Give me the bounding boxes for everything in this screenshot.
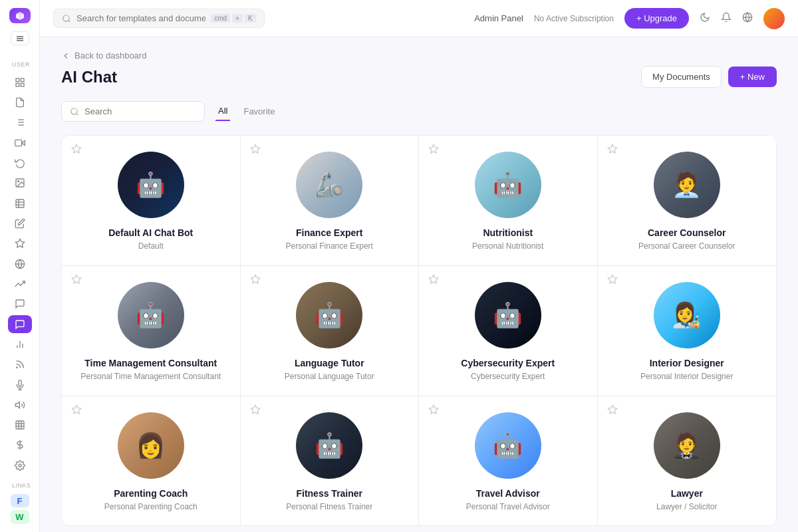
- theme-toggle-icon[interactable]: [700, 12, 710, 25]
- upgrade-button[interactable]: + Upgrade: [624, 8, 689, 29]
- my-documents-button[interactable]: My Documents: [641, 66, 722, 88]
- bot-card[interactable]: 👩 Parenting Coach Personal Parenting Coa…: [62, 396, 241, 526]
- global-search-input[interactable]: [76, 13, 205, 23]
- bot-card[interactable]: 🧑‍💼 Career Counselor Personal Career Cou…: [598, 136, 777, 266]
- bot-card[interactable]: 👩‍🎨 Interior Designer Personal Interior …: [598, 266, 777, 396]
- bot-avatar: 🤖: [296, 282, 362, 348]
- sidebar-item-image[interactable]: [8, 174, 32, 192]
- svg-marker-53: [251, 405, 259, 414]
- user-section-label: USER: [0, 61, 30, 68]
- favorite-button[interactable]: [607, 274, 618, 287]
- sidebar-item-docs[interactable]: [8, 94, 32, 111]
- sidebar-item-bars[interactable]: [8, 336, 32, 353]
- favorite-button[interactable]: [607, 404, 618, 418]
- favorite-button[interactable]: [428, 144, 439, 157]
- svg-rect-17: [16, 200, 24, 207]
- topbar: cmd + K Admin Panel No Active Subscripti…: [40, 0, 798, 37]
- bot-card[interactable]: 🤖 Nutritionist Personal Nutritionist: [419, 136, 598, 266]
- link-f-button[interactable]: F: [11, 494, 29, 507]
- favorite-button[interactable]: [250, 274, 261, 287]
- bot-avatar: 👩: [118, 412, 184, 479]
- favorite-button[interactable]: [250, 144, 261, 157]
- sidebar-item-feed[interactable]: [8, 356, 32, 373]
- tab-all[interactable]: All: [215, 102, 230, 121]
- bot-card[interactable]: 🤖 Fitness Trainer Personal Fitness Train…: [241, 396, 420, 526]
- svg-rect-6: [21, 83, 24, 86]
- bot-description: Personal Career Counselor: [638, 241, 735, 252]
- global-search[interactable]: cmd + K: [53, 9, 265, 28]
- bot-card[interactable]: 🤖 Time Management Consultant Personal Ti…: [62, 266, 241, 396]
- user-avatar[interactable]: [763, 8, 785, 29]
- favorite-button[interactable]: [428, 404, 439, 418]
- favorite-button[interactable]: [428, 274, 439, 287]
- bot-card[interactable]: 🤖 Travel Advisor Personal Travel Advisor: [419, 396, 598, 526]
- bot-description: Cybersecurity Expert: [471, 371, 545, 382]
- svg-point-42: [71, 108, 77, 114]
- bot-card[interactable]: 🤵 Lawyer Lawyer / Solicitor: [598, 396, 777, 526]
- bot-name: Language Tutor: [295, 358, 364, 368]
- svg-marker-48: [72, 275, 80, 283]
- tab-favorite[interactable]: Favorite: [241, 102, 277, 120]
- breadcrumb[interactable]: Back to dashboard: [61, 37, 777, 66]
- bot-description: Lawyer / Solicitor: [656, 501, 717, 513]
- bot-name: Parenting Coach: [114, 488, 188, 499]
- sidebar-item-chat-active[interactable]: [8, 315, 32, 332]
- bot-avatar: 🧑‍💼: [654, 152, 720, 218]
- favorite-button[interactable]: [71, 274, 82, 287]
- sidebar-item-table[interactable]: [8, 194, 32, 211]
- filter-bar: All Favorite: [61, 101, 777, 122]
- sidebar-collapse-button[interactable]: [11, 31, 29, 45]
- sidebar-item-list[interactable]: [8, 114, 32, 131]
- favorite-button[interactable]: [71, 404, 82, 418]
- bot-avatar: 🤵: [654, 412, 720, 479]
- bot-avatar: 🤖: [118, 152, 184, 218]
- bots-grid: 🤖 Default AI Chat Bot Default 🦾 Finance …: [61, 135, 777, 526]
- favorite-button[interactable]: [607, 144, 618, 157]
- sidebar-item-grid[interactable]: [8, 73, 32, 90]
- svg-point-37: [19, 464, 21, 467]
- svg-rect-1: [16, 38, 23, 39]
- sidebar-item-video[interactable]: [8, 134, 32, 151]
- language-icon[interactable]: [742, 12, 753, 25]
- favorite-button[interactable]: [71, 144, 82, 157]
- svg-marker-54: [429, 405, 438, 414]
- app-logo[interactable]: [9, 8, 31, 23]
- svg-marker-50: [429, 275, 438, 283]
- bot-name: Nutritionist: [483, 227, 533, 238]
- notifications-icon[interactable]: [721, 12, 732, 25]
- bot-name: Default AI Chat Bot: [108, 227, 193, 238]
- bot-card[interactable]: 🤖 Default AI Chat Bot Default: [62, 136, 241, 266]
- admin-panel-link[interactable]: Admin Panel: [474, 13, 523, 23]
- page-title: AI Chat: [61, 68, 117, 86]
- bot-card[interactable]: 🦾 Finance Expert Personal Finance Expert: [241, 136, 420, 266]
- sidebar-item-trend[interactable]: [8, 275, 32, 293]
- svg-point-27: [16, 367, 17, 368]
- bot-description: Personal Parenting Coach: [104, 501, 198, 513]
- bot-avatar: 🦾: [296, 152, 362, 218]
- sidebar-item-globe[interactable]: [8, 255, 32, 272]
- link-w-button[interactable]: W: [11, 510, 29, 523]
- sidebar-item-dollar[interactable]: [8, 436, 32, 454]
- filter-search-box[interactable]: [61, 101, 205, 122]
- sidebar-item-chat[interactable]: [8, 295, 32, 313]
- sidebar-item-settings[interactable]: [8, 457, 32, 474]
- svg-marker-21: [15, 239, 24, 248]
- bot-card[interactable]: 🤖 Language Tutor Personal Language Tutor: [241, 266, 420, 396]
- filter-search-icon: [70, 107, 79, 116]
- svg-rect-3: [16, 78, 19, 82]
- sidebar-item-speaker[interactable]: [8, 396, 32, 414]
- svg-rect-31: [16, 421, 24, 429]
- back-icon: [61, 51, 70, 61]
- sidebar-item-mic[interactable]: [8, 376, 32, 393]
- sidebar-item-edit[interactable]: [8, 215, 32, 232]
- svg-marker-45: [251, 144, 259, 153]
- svg-point-16: [17, 181, 19, 182]
- sidebar-item-star[interactable]: [8, 235, 32, 252]
- new-button[interactable]: + New: [728, 66, 777, 87]
- bot-avatar: 🤖: [296, 412, 362, 479]
- sidebar-item-history[interactable]: [8, 154, 32, 172]
- sidebar-item-bar-chart[interactable]: [8, 416, 32, 434]
- bot-card[interactable]: 🤖 Cybersecurity Expert Cybersecurity Exp…: [419, 266, 598, 396]
- favorite-button[interactable]: [250, 404, 261, 418]
- filter-search-input[interactable]: [84, 106, 196, 116]
